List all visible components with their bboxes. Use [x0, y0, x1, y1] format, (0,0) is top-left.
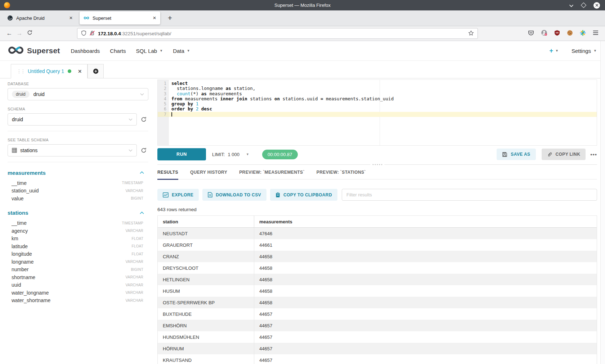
- schema-select[interactable]: druid: [8, 113, 137, 126]
- new-tab-button[interactable]: +: [164, 12, 176, 24]
- sql-editor[interactable]: 1234567 select stations.longname as stat…: [157, 79, 597, 146]
- editor-code[interactable]: select stations.longname as station, cou…: [169, 80, 597, 145]
- database-chip: druid: [12, 91, 30, 98]
- chevron-down-icon: [140, 93, 144, 96]
- table-row[interactable]: OSTE-SPERRWERK BP44658: [158, 297, 597, 308]
- reload-icon[interactable]: [24, 30, 35, 37]
- window-maximize-icon[interactable]: [581, 3, 587, 8]
- bookmark-star-icon[interactable]: [468, 30, 474, 37]
- window-titlebar: Superset — Mozilla Firefox: [0, 0, 605, 10]
- brand-name[interactable]: Superset: [27, 46, 60, 55]
- limit-dropdown[interactable]: LIMIT: 1 000 ▼: [212, 152, 249, 157]
- pane-drag-handle[interactable]: [370, 164, 384, 165]
- row-count-text: 643 rows returned: [157, 207, 597, 212]
- column-type: BIGINT: [131, 196, 143, 200]
- nav-item-sql-lab[interactable]: SQL Lab▼: [131, 48, 168, 54]
- database-select[interactable]: druid druid: [8, 88, 148, 100]
- results-tab-query-history[interactable]: QUERY HISTORY: [190, 170, 227, 179]
- page-scrollbar[interactable]: [600, 41, 605, 364]
- explore-button[interactable]: EXPLORE: [157, 189, 199, 201]
- run-button[interactable]: RUN: [157, 148, 206, 160]
- extension-asterisk-icon[interactable]: [580, 30, 586, 37]
- pocket-icon[interactable]: [528, 30, 534, 37]
- close-tab-icon[interactable]: ✕: [66, 15, 73, 21]
- table-row[interactable]: EMSHÖRN44657: [158, 320, 597, 331]
- table-select[interactable]: stations: [8, 144, 137, 156]
- schema-column-row: __timeTIMESTAMP: [8, 179, 148, 187]
- address-bar[interactable]: 172.18.0.4:32251/superset/sqllab/: [77, 28, 478, 39]
- table-grid-icon: [12, 148, 17, 153]
- window-minimize-icon[interactable]: [569, 2, 574, 9]
- query-tab-untitled-query-1[interactable]: ⋮⋮ Untitled Query 1 ✕: [11, 64, 88, 78]
- database-label: DATABASE: [8, 82, 148, 86]
- column-type: VARCHAR: [125, 229, 143, 233]
- account-icon[interactable]: [541, 29, 547, 37]
- code-line: select: [169, 81, 597, 86]
- column-header-station[interactable]: station: [158, 216, 254, 227]
- insecure-lock-icon[interactable]: [89, 30, 95, 37]
- close-tab-icon[interactable]: ✕: [150, 15, 156, 21]
- table-row[interactable]: BUXTEHUDE44657: [158, 308, 597, 320]
- table-row[interactable]: HÖRNUM44657: [158, 343, 597, 354]
- cell-station: HETLINGEN: [158, 274, 254, 285]
- tracking-shield-icon[interactable]: [81, 30, 86, 37]
- copy-to-clipboard-button[interactable]: COPY TO CLIPBOARD: [270, 189, 337, 201]
- drag-grip-icon[interactable]: ⋮⋮: [17, 68, 24, 74]
- back-icon[interactable]: ←: [4, 30, 14, 37]
- copy-link-button[interactable]: COPY LINK: [542, 149, 586, 160]
- collapse-chevron-icon[interactable]: [140, 211, 144, 214]
- table-row[interactable]: DREYSCHLOOT44658: [158, 262, 597, 274]
- schema-table-name: stations: [8, 210, 28, 216]
- schema-columns: __timeTIMESTAMPstation_uuidVARCHARvalueB…: [8, 179, 148, 203]
- filter-results-input[interactable]: [342, 189, 597, 201]
- column-header-measurements[interactable]: measurements: [254, 216, 597, 227]
- menu-hamburger-icon[interactable]: [593, 30, 599, 37]
- results-tab-results[interactable]: RESULTS: [157, 170, 178, 180]
- refresh-tables-icon[interactable]: [139, 147, 148, 153]
- results-table: station measurements NEUSTADT47646GRAUER…: [157, 215, 597, 364]
- settings-menu[interactable]: Settings▼: [572, 48, 597, 54]
- column-type: BIGINT: [131, 268, 143, 272]
- column-type: FLOAT: [132, 252, 143, 256]
- divider: [8, 131, 148, 131]
- cell-measurements: 44658: [254, 262, 597, 274]
- results-tab-preview-stations[interactable]: PREVIEW: `STATIONS`: [317, 170, 366, 179]
- download-to-csv-button[interactable]: DOWNLOAD TO CSV: [202, 189, 266, 201]
- superset-logo[interactable]: [8, 45, 24, 56]
- table-row[interactable]: HETLINGEN44658: [158, 274, 597, 285]
- new-query-tab-button[interactable]: [88, 64, 104, 78]
- table-row[interactable]: GRAUERORT44661: [158, 239, 597, 251]
- action-label: DOWNLOAD TO CSV: [216, 192, 261, 197]
- cookie-icon[interactable]: [567, 30, 573, 37]
- nav-item-data[interactable]: Data▼: [168, 48, 195, 54]
- schema-column-row: longitudeFLOAT: [8, 250, 148, 258]
- ublock-icon[interactable]: UO: [554, 30, 560, 37]
- more-actions-icon[interactable]: •••: [590, 151, 597, 158]
- table-row[interactable]: HUNDSMÜHLEN44657: [158, 331, 597, 343]
- table-row[interactable]: KRAUTSAND44657: [158, 354, 597, 364]
- window-close-icon[interactable]: [593, 2, 600, 9]
- schema-column-row: latitudeFLOAT: [8, 242, 148, 250]
- nav-item-dashboards[interactable]: Dashboards: [66, 48, 105, 54]
- column-type: VARCHAR: [125, 283, 143, 287]
- table-row[interactable]: HUSUM44658: [158, 285, 597, 297]
- close-query-tab-icon[interactable]: ✕: [78, 69, 82, 74]
- editor-toolbar: RUN LIMIT: 1 000 ▼ 00:00:00.87 SAVE AS C…: [157, 146, 597, 163]
- file-icon: [208, 192, 212, 197]
- forward-icon[interactable]: →: [14, 30, 24, 37]
- browser-tab-apache-druid[interactable]: Apache Druid ✕: [3, 12, 77, 24]
- results-tab-preview-measurements[interactable]: PREVIEW: `MEASUREMENTS`: [239, 170, 305, 179]
- schema-table-header-measurements[interactable]: measurements: [8, 169, 148, 177]
- results-tabbar: RESULTSQUERY HISTORYPREVIEW: `MEASUREMEN…: [157, 165, 597, 179]
- schema-table-header-stations[interactable]: stations: [8, 209, 148, 217]
- add-new-button[interactable]: +▼: [549, 47, 558, 55]
- table-row[interactable]: NEUSTADT47646: [158, 228, 597, 239]
- schema-column-row: agencyVARCHAR: [8, 227, 148, 235]
- editor-gutter: 1234567: [158, 80, 169, 145]
- nav-item-charts[interactable]: Charts: [105, 48, 131, 54]
- browser-tab-superset[interactable]: Superset ✕: [80, 12, 160, 24]
- refresh-schemas-icon[interactable]: [139, 117, 148, 122]
- table-row[interactable]: CRANZ44658: [158, 251, 597, 262]
- save-as-button[interactable]: SAVE AS: [497, 149, 535, 160]
- collapse-chevron-icon[interactable]: [140, 171, 144, 174]
